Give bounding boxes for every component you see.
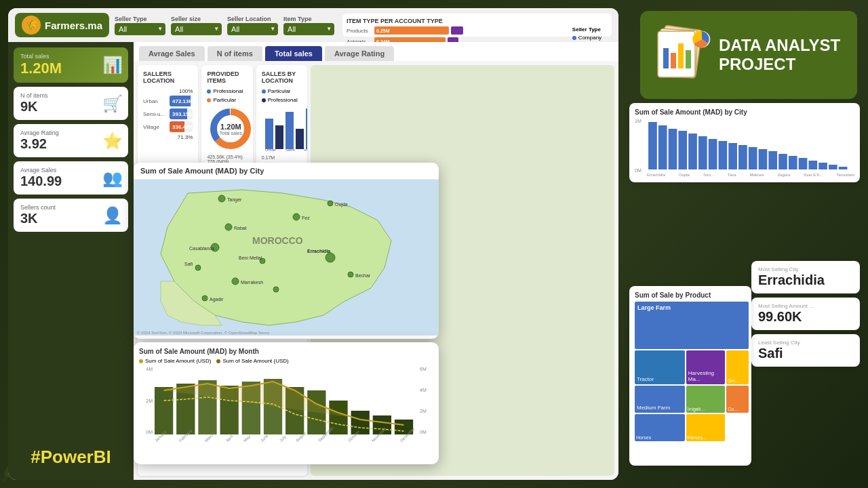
village-bar-text: 336.40K bbox=[172, 124, 193, 130]
svg-rect-74 bbox=[759, 149, 768, 169]
treemap-panel: Sum of Sale by Product Large Farm Tracto… bbox=[629, 286, 751, 466]
map-content: Tanger Oujda Fez Rabat Casablanca Errach… bbox=[134, 180, 439, 336]
svg-point-38 bbox=[273, 287, 279, 292]
tab-total-sales[interactable]: Total sales bbox=[265, 46, 322, 61]
svg-rect-64 bbox=[658, 125, 667, 169]
provided-items-legend: Professional Particular bbox=[207, 88, 247, 103]
svg-text:Casablanca: Casablanca bbox=[189, 246, 214, 251]
logo-text: Farmers.ma bbox=[45, 20, 102, 31]
project-icon-svg bbox=[651, 24, 712, 85]
kpi-n-items-icon: 🛒 bbox=[102, 94, 123, 113]
svg-rect-67 bbox=[688, 134, 697, 169]
kpi-n-items: N of items 9K 🛒 bbox=[14, 87, 128, 120]
y-4m-r: 4M bbox=[420, 388, 427, 392]
tabs: Avrage Sales N of items Total sales Avra… bbox=[134, 42, 618, 61]
tm-horses: Horses bbox=[635, 414, 685, 441]
kpi-avg-sales: Avrage Sales 140.99 👥 bbox=[14, 161, 128, 195]
seller-location-select[interactable]: All bbox=[227, 23, 278, 35]
tab-n-items[interactable]: N of items bbox=[208, 46, 262, 61]
most-selling-city-label: Most Selling City bbox=[758, 266, 853, 272]
svg-text:Semi: Semi bbox=[285, 148, 295, 152]
svg-rect-61 bbox=[686, 50, 691, 68]
svg-rect-63 bbox=[648, 122, 657, 169]
top-bar: 🌾 Farmers.ma Seller Type All Seller size… bbox=[8, 8, 618, 42]
sales-location-value: 0.17M bbox=[262, 155, 302, 160]
monthly-y-right: 6M 4M 2M 0M bbox=[418, 367, 433, 434]
svg-text:Errachidia: Errachidia bbox=[307, 249, 330, 253]
tm-co: Co... bbox=[726, 386, 749, 413]
seller-size-label: Seller size bbox=[171, 16, 222, 22]
morocco-map-svg: Tanger Oujda Fez Rabat Casablanca Errach… bbox=[134, 180, 439, 336]
svg-text:Agadir: Agadir bbox=[210, 297, 224, 302]
svg-text:Urban: Urban bbox=[265, 148, 276, 152]
seller-location-filter[interactable]: Seller Location All bbox=[227, 16, 278, 35]
svg-rect-73 bbox=[749, 147, 757, 169]
seller-type-filter[interactable]: Seller Type All bbox=[115, 16, 165, 35]
y-2m-r: 2M bbox=[420, 409, 427, 413]
item-type-label: Item Type bbox=[283, 16, 334, 22]
project-title-line2: PROJECT bbox=[719, 55, 795, 73]
tm-tractor: Tractor bbox=[635, 350, 685, 384]
prof-label: Professional bbox=[213, 88, 243, 94]
legend-professional: Professional bbox=[207, 88, 243, 94]
seller-size-filter[interactable]: Seller size All bbox=[171, 16, 222, 35]
monthly-label-1: Sum of Sale Amount (USD) bbox=[145, 358, 211, 364]
semiu-bar-text: 393.15K bbox=[172, 111, 193, 117]
monthly-legend-1: Sum of Sale Amount (USD) bbox=[139, 358, 211, 364]
tm-irrigati-label: Irrigati... bbox=[688, 407, 705, 411]
tm-harvesting: Harvesting Ma... bbox=[686, 350, 725, 384]
treemap-title: Sum of Sale by Product bbox=[635, 291, 746, 299]
sellers-location-title: SALLERS LOCATION bbox=[143, 70, 193, 84]
item-bar-products-purple bbox=[451, 26, 463, 35]
most-selling-city-card: Most Selling City Errachidia bbox=[751, 261, 860, 293]
kpi-avg-rating: Avrage Rating 3.92 ⭐ bbox=[14, 124, 128, 157]
part-sl-label: Particular bbox=[268, 88, 291, 94]
seller-size-select[interactable]: All bbox=[171, 23, 222, 35]
part-sl-dot bbox=[262, 89, 266, 94]
part-label: Particular bbox=[213, 97, 236, 103]
donut-center: 1.20M Total sales bbox=[220, 123, 242, 136]
prof-dot bbox=[207, 89, 211, 94]
y-6m: 6M bbox=[420, 367, 427, 371]
city-tout: Tout... bbox=[703, 173, 714, 177]
item-type-chart: ITEM TYPE PER ACCOUNT TYPE Products 0.25… bbox=[342, 14, 612, 37]
sales-location-legend: Particular Professional bbox=[262, 88, 302, 103]
svg-rect-71 bbox=[728, 143, 737, 169]
svg-text:Fez: Fez bbox=[302, 216, 310, 220]
sellers-location-panel: SALLERS LOCATION 100% Urban 472.13K bbox=[138, 65, 198, 169]
project-box: DATA ANALYST PROJECT bbox=[640, 11, 857, 99]
item-type-select[interactable]: All bbox=[283, 23, 334, 35]
kpi-sidebar: Total sales 1.20M 📊 N of items 9K 🛒 Avra… bbox=[8, 42, 134, 480]
svg-rect-52 bbox=[351, 411, 370, 434]
village-row: Village 336.40K bbox=[143, 121, 193, 132]
monthly-y-left: 4M 2M 0M bbox=[139, 367, 154, 434]
svg-rect-76 bbox=[778, 154, 787, 169]
svg-rect-82 bbox=[839, 167, 848, 169]
y-0m-r: 0M bbox=[420, 430, 427, 434]
urban-bar-text: 472.13K bbox=[172, 98, 193, 104]
monthly-label-2: Sum of Sale Amount (USD) bbox=[222, 358, 288, 364]
city-oujda: Oujda bbox=[679, 173, 690, 177]
seller-type-select[interactable]: All bbox=[115, 23, 165, 35]
urban-bar-fill: 472.13K bbox=[170, 96, 191, 106]
tab-avg-sales[interactable]: Avrage Sales bbox=[139, 46, 205, 61]
most-selling-amount-card: Most Selling Amount ... 99.60K bbox=[751, 298, 860, 330]
svg-text:Rabat: Rabat bbox=[234, 226, 247, 230]
monthly-legend: Sum of Sale Amount (USD) Sum of Sale Amo… bbox=[139, 358, 433, 364]
svg-rect-43 bbox=[155, 387, 173, 434]
legend-particular: Particular bbox=[207, 97, 236, 103]
donut-label1: 425.36K (35.4%) bbox=[207, 155, 247, 159]
svg-rect-70 bbox=[719, 141, 728, 169]
month-apr: April bbox=[225, 434, 234, 443]
svg-rect-2 bbox=[265, 119, 273, 149]
pct-100: 100% bbox=[143, 88, 193, 94]
tm-sm1: Sm... bbox=[726, 350, 749, 384]
svg-rect-79 bbox=[808, 161, 817, 169]
svg-text:Oujda: Oujda bbox=[335, 202, 348, 207]
provided-items-title: PROVIDED ITEMS bbox=[207, 70, 247, 84]
city-y-1m: 1M bbox=[635, 119, 647, 123]
tab-avg-rating[interactable]: Avrage Rating bbox=[325, 46, 394, 61]
item-type-filter[interactable]: Item Type All bbox=[283, 16, 334, 35]
month-jun: June bbox=[260, 434, 269, 443]
svg-text:MOROCCO: MOROCCO bbox=[252, 235, 303, 246]
